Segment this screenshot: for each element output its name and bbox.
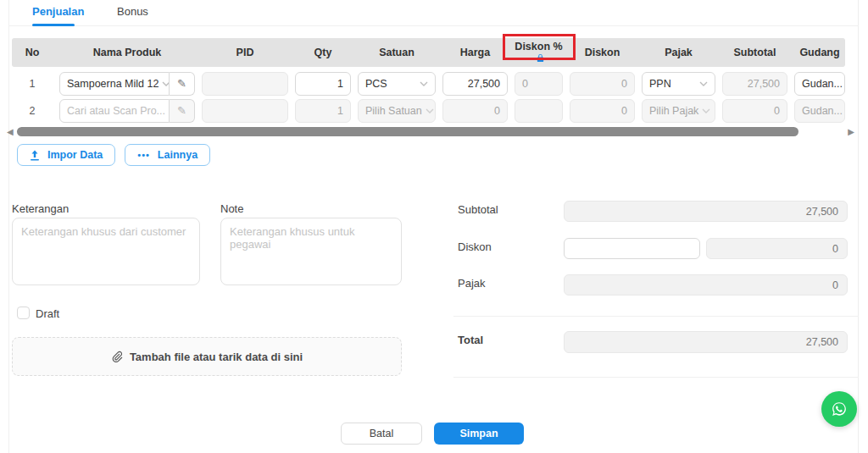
summary-subtotal-field: 27,500 <box>564 201 848 222</box>
summary-divider-bottom <box>453 377 859 378</box>
cancel-button[interactable]: Batal <box>341 423 422 445</box>
scroll-right-arrow-icon[interactable]: ▶ <box>848 127 854 136</box>
pid-field <box>202 99 288 123</box>
gudang-select[interactable]: Gudan... <box>794 99 845 123</box>
product-select-value: Sampoerna Mild 12 <box>67 78 159 90</box>
col-header-harga: Harga <box>442 47 508 58</box>
summary-pajak-field: 0 <box>564 274 848 296</box>
chevron-down-icon <box>699 81 708 86</box>
row-number: 1 <box>12 78 53 90</box>
summary-total-field: 27,500 <box>564 331 848 353</box>
col-header-qty: Qty <box>295 47 351 58</box>
pajak-select[interactable]: Pilih Pajak <box>642 99 715 123</box>
more-options-label: Lainnya <box>158 149 198 161</box>
col-header-pajak: Pajak <box>642 47 715 58</box>
chevron-down-icon <box>420 81 428 86</box>
harga-field: 0 <box>442 99 508 123</box>
harga-input[interactable] <box>442 72 508 96</box>
row-number: 2 <box>12 105 53 117</box>
whatsapp-fab[interactable] <box>821 391 857 427</box>
keterangan-label: Keterangan <box>12 202 69 215</box>
gudang-select-value: Gudan... <box>802 105 843 117</box>
satuan-select-placeholder: Pilih Satuan <box>365 105 422 117</box>
table-row: 2 Cari atau Scan Pro... ✎ 1 Pilih Satuan… <box>12 98 845 123</box>
product-cell: Sampoerna Mild 12 ✎ <box>59 72 195 96</box>
col-header-nama-produk: Nama Produk <box>59 47 195 58</box>
diskon-field: 0 <box>570 99 635 123</box>
file-dropzone-label: Tambah file atau tarik data di sini <box>130 351 303 363</box>
summary-diskon-field: 0 <box>706 238 848 259</box>
pajak-select-value: PPN <box>649 78 671 90</box>
product-select-placeholder: Cari atau Scan Pro... <box>67 105 165 117</box>
table-row: 1 Sampoerna Mild 12 ✎ PCS 0 0 PPN 27,500… <box>12 71 845 96</box>
product-select[interactable]: Cari atau Scan Pro... <box>59 99 170 123</box>
ellipsis-icon: ••• <box>137 150 150 160</box>
subtotal-field: 0 <box>722 99 787 123</box>
chevron-down-icon <box>702 108 710 113</box>
sales-form-page: Penjualan Bonus No Nama Produk PID Qty S… <box>0 0 868 453</box>
panel-left-border <box>8 0 9 453</box>
file-dropzone[interactable]: Tambah file atau tarik data di sini <box>12 337 402 376</box>
table-header: No Nama Produk PID Qty Satuan Harga Disk… <box>12 38 845 67</box>
edit-product-button[interactable]: ✎ <box>170 72 195 96</box>
active-tab-indicator <box>32 24 75 26</box>
summary-divider-top <box>453 316 859 317</box>
pid-field <box>202 72 288 96</box>
gudang-select-value: Gudan... <box>802 78 843 90</box>
summary-subtotal-label: Subtotal <box>458 203 498 216</box>
col-header-diskon-pct: Diskon % <box>515 41 563 65</box>
keterangan-textarea[interactable] <box>12 218 200 285</box>
whatsapp-icon <box>829 399 849 419</box>
scroll-left-arrow-icon[interactable]: ◀ <box>7 127 14 136</box>
table-toolbar: Impor Data ••• Lainnya <box>17 144 210 166</box>
tab-penjualan[interactable]: Penjualan <box>32 5 84 18</box>
diskon-pct-field: 0 <box>515 72 563 96</box>
qty-field: 1 <box>295 99 351 123</box>
product-cell: Cari atau Scan Pro... ✎ <box>59 99 195 123</box>
annotation-highlight-box <box>503 34 576 60</box>
draft-label: Draft <box>36 307 59 320</box>
pajak-select[interactable]: PPN <box>642 72 715 96</box>
note-label: Note <box>220 202 243 215</box>
pajak-select-placeholder: Pilih Pajak <box>649 105 698 117</box>
import-data-label: Impor Data <box>47 149 103 161</box>
col-header-subtotal: Subtotal <box>722 47 787 58</box>
summary-total-label: Total <box>458 334 483 346</box>
chevron-down-icon <box>162 81 170 86</box>
draft-checkbox[interactable] <box>17 307 30 319</box>
col-header-gudang: Gudang <box>794 47 845 58</box>
edit-product-button[interactable]: ✎ <box>170 99 195 123</box>
satuan-select[interactable]: PCS <box>358 72 436 96</box>
scrollbar-thumb[interactable] <box>17 127 798 136</box>
col-header-no: No <box>12 47 53 58</box>
product-select[interactable]: Sampoerna Mild 12 <box>59 72 170 96</box>
summary-diskon-input[interactable] <box>564 238 700 259</box>
subtotal-field: 27,500 <box>722 72 787 96</box>
panel-right-border <box>858 0 859 453</box>
diskon-pct-field <box>515 99 563 123</box>
summary-diskon-label: Diskon <box>458 240 492 253</box>
satuan-select[interactable]: Pilih Satuan <box>358 99 436 123</box>
summary-pajak-label: Pajak <box>458 277 486 290</box>
note-textarea[interactable] <box>220 218 402 285</box>
col-header-pid: PID <box>202 47 288 58</box>
upload-icon <box>30 150 40 161</box>
tab-bonus[interactable]: Bonus <box>117 5 148 18</box>
tab-bar: Penjualan Bonus <box>8 0 859 26</box>
more-options-button[interactable]: ••• Lainnya <box>125 144 210 166</box>
paperclip-icon <box>111 351 123 363</box>
horizontal-scrollbar: ◀ ▶ <box>7 126 854 138</box>
col-header-satuan: Satuan <box>358 47 436 58</box>
satuan-select-value: PCS <box>365 78 387 90</box>
diskon-field: 0 <box>570 72 635 96</box>
chevron-down-icon <box>426 108 434 113</box>
col-header-diskon: Diskon <box>570 47 635 58</box>
qty-input[interactable] <box>295 72 351 96</box>
gudang-select[interactable]: Gudan... <box>794 72 845 96</box>
import-data-button[interactable]: Impor Data <box>17 144 115 166</box>
save-button[interactable]: Simpan <box>434 423 524 445</box>
